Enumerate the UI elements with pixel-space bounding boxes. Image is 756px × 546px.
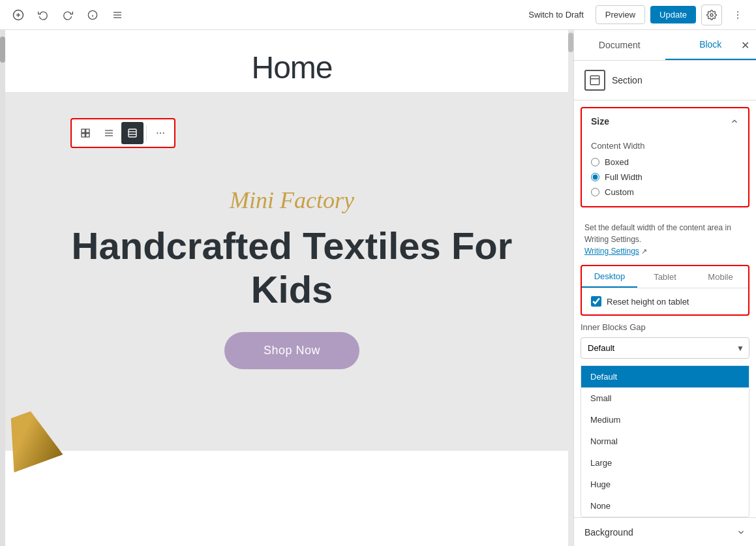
gap-select-wrapper: Default Small Medium Normal Large Huge N… — [581, 337, 749, 359]
block-tool-section-button[interactable] — [121, 122, 144, 144]
canvas-inner: Home Mini Fact — [5, 30, 573, 546]
block-toolbar — [70, 118, 175, 148]
svg-point-9 — [710, 14, 713, 16]
hero-subtitle: Mini Factory — [230, 187, 354, 214]
info-button[interactable] — [82, 5, 103, 25]
radio-boxed-input[interactable] — [591, 158, 599, 166]
reset-height-checkbox[interactable] — [591, 296, 601, 307]
block-tool-align-button[interactable] — [98, 122, 120, 144]
inner-blocks-gap-label: Inner Blocks Gap — [581, 322, 749, 332]
size-label: Size — [591, 116, 609, 127]
chevron-up-icon — [730, 117, 739, 126]
dropdown-item-huge[interactable]: Huge — [581, 474, 749, 495]
right-panel: Document Block ✕ Section Size Content Wi… — [573, 30, 756, 546]
radio-custom-label: Custom — [605, 187, 634, 197]
section-label: Section — [612, 75, 643, 85]
switch-to-draft-button[interactable]: Switch to Draft — [522, 6, 590, 23]
reset-height-checkbox-item[interactable]: Reset height on tablet — [591, 296, 739, 307]
chevron-down-icon-background — [736, 528, 746, 537]
dropdown-item-none[interactable]: None — [581, 495, 749, 517]
radio-custom-input[interactable] — [591, 188, 599, 196]
dropdown-item-normal[interactable]: Normal — [581, 431, 749, 452]
size-accordion-body: Content Width Boxed Full Width Custom — [582, 134, 748, 206]
svg-rect-26 — [590, 76, 599, 85]
background-accordion: Background — [574, 517, 756, 546]
block-tool-divider — [146, 125, 147, 141]
dropdown-item-medium[interactable]: Medium — [581, 409, 749, 431]
radio-full-width-label: Full Width — [605, 172, 643, 182]
dropdown-item-default[interactable]: Default — [581, 366, 749, 387]
undo-button[interactable] — [33, 5, 53, 25]
gap-dropdown-list: Default Small Medium Normal Large Huge N… — [581, 365, 749, 517]
hero-title: Handcrafted Textiles For Kids — [72, 224, 513, 311]
svg-point-24 — [160, 132, 161, 134]
svg-rect-15 — [82, 134, 85, 137]
device-tab-body: Reset height on tablet — [582, 288, 748, 314]
dropdown-item-small[interactable]: Small — [581, 387, 749, 409]
svg-rect-20 — [129, 129, 136, 137]
content-width-label: Content Width — [591, 141, 739, 151]
svg-point-10 — [737, 11, 738, 12]
pencil-decoration — [5, 406, 63, 473]
preview-button[interactable]: Preview — [596, 5, 645, 24]
size-accordion-header[interactable]: Size — [582, 108, 748, 134]
toolbar-right: Switch to Draft Preview Update — [522, 5, 748, 25]
canvas-area: Home Mini Fact — [0, 30, 573, 546]
svg-rect-14 — [86, 129, 89, 132]
canvas-scrollbar[interactable] — [0, 30, 5, 546]
toolbar-left — [8, 5, 128, 25]
page-title: Home — [5, 50, 573, 85]
section-icon — [584, 70, 605, 91]
reset-height-label: Reset height on tablet — [607, 297, 689, 307]
svg-rect-16 — [86, 134, 89, 137]
content-width-radio-group: Boxed Full Width Custom — [591, 157, 739, 197]
block-tool-more-button[interactable] — [149, 122, 172, 144]
svg-point-12 — [737, 17, 738, 18]
radio-full-width[interactable]: Full Width — [591, 172, 739, 182]
more-options-button[interactable] — [727, 5, 748, 25]
device-tabs-container: Desktop Tablet Mobile Reset height on ta… — [581, 265, 749, 316]
radio-boxed-label: Boxed — [605, 157, 629, 167]
panel-section-header: Section — [574, 61, 756, 100]
tab-desktop[interactable]: Desktop — [582, 266, 637, 288]
tab-tablet[interactable]: Tablet — [637, 266, 693, 288]
writing-settings-link[interactable]: Writing Settings — [584, 247, 639, 256]
inner-blocks-gap-section: Inner Blocks Gap Default Small Medium No… — [574, 322, 756, 365]
redo-button[interactable] — [57, 5, 78, 25]
radio-full-width-input[interactable] — [591, 173, 599, 181]
main-layout: Home Mini Fact — [0, 30, 756, 546]
background-accordion-header[interactable]: Background — [574, 518, 756, 546]
settings-button[interactable] — [701, 5, 722, 25]
dropdown-item-large[interactable]: Large — [581, 452, 749, 474]
svg-rect-13 — [82, 129, 85, 132]
shop-now-button[interactable]: Shop Now — [224, 332, 359, 369]
tab-document[interactable]: Document — [574, 31, 665, 59]
radio-custom[interactable]: Custom — [591, 187, 739, 197]
page-title-area: Home — [5, 30, 573, 92]
background-label: Background — [584, 527, 633, 538]
gap-select[interactable]: Default Small Medium Normal Large Huge N… — [581, 337, 749, 359]
panel-tabs: Document Block ✕ — [574, 30, 756, 61]
top-toolbar: Switch to Draft Preview Update — [0, 0, 756, 30]
size-accordion: Size Content Width Boxed Full Width — [581, 107, 749, 207]
tab-mobile[interactable]: Mobile — [693, 266, 748, 288]
svg-point-25 — [163, 132, 164, 134]
svg-point-23 — [157, 132, 158, 134]
menu-button[interactable] — [107, 5, 128, 25]
device-tabs: Desktop Tablet Mobile — [582, 266, 748, 288]
block-tool-grid-button[interactable] — [74, 122, 97, 144]
svg-point-11 — [737, 14, 738, 16]
panel-scroll: Document Block ✕ Section Size Content Wi… — [574, 30, 756, 546]
radio-boxed[interactable]: Boxed — [591, 157, 739, 167]
update-button[interactable]: Update — [650, 6, 696, 23]
external-link-icon: ↗ — [641, 247, 647, 255]
settings-note: Set the default width of the content are… — [574, 214, 756, 265]
add-block-button[interactable] — [8, 5, 29, 25]
panel-close-button[interactable]: ✕ — [741, 39, 749, 52]
